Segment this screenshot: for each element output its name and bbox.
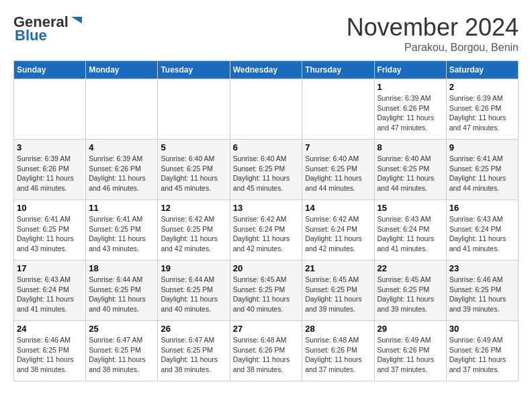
- calendar-cell: 23Sunrise: 6:46 AM Sunset: 6:25 PM Dayli…: [446, 261, 518, 321]
- calendar-cell: [302, 79, 374, 140]
- day-number: 9: [449, 142, 515, 152]
- day-info: Sunrise: 6:49 AM Sunset: 6:26 PM Dayligh…: [449, 335, 515, 375]
- day-info: Sunrise: 6:43 AM Sunset: 6:24 PM Dayligh…: [449, 214, 515, 254]
- calendar-cell: 28Sunrise: 6:48 AM Sunset: 6:26 PM Dayli…: [302, 321, 374, 381]
- day-info: Sunrise: 6:39 AM Sunset: 6:26 PM Dayligh…: [89, 154, 154, 193]
- month-title: November 2024: [347, 13, 519, 42]
- calendar-cell: 25Sunrise: 6:47 AM Sunset: 6:25 PM Dayli…: [86, 321, 158, 381]
- day-info: Sunrise: 6:48 AM Sunset: 6:26 PM Dayligh…: [305, 335, 371, 375]
- day-info: Sunrise: 6:49 AM Sunset: 6:26 PM Dayligh…: [378, 335, 443, 375]
- day-info: Sunrise: 6:41 AM Sunset: 6:25 PM Dayligh…: [17, 214, 83, 254]
- day-header-sunday: Sunday: [14, 61, 86, 79]
- calendar-cell: 3Sunrise: 6:39 AM Sunset: 6:26 PM Daylig…: [14, 140, 86, 200]
- day-header-friday: Friday: [374, 61, 446, 79]
- day-number: 5: [161, 142, 226, 152]
- day-number: 19: [161, 263, 226, 273]
- day-info: Sunrise: 6:43 AM Sunset: 6:24 PM Dayligh…: [378, 214, 443, 254]
- day-number: 11: [89, 203, 154, 213]
- svg-marker-0: [71, 17, 82, 24]
- calendar-week-2: 3Sunrise: 6:39 AM Sunset: 6:26 PM Daylig…: [14, 140, 519, 200]
- calendar-cell: 11Sunrise: 6:41 AM Sunset: 6:25 PM Dayli…: [86, 200, 158, 261]
- calendar-cell: 26Sunrise: 6:47 AM Sunset: 6:25 PM Dayli…: [158, 321, 230, 381]
- day-number: 18: [89, 263, 154, 273]
- day-info: Sunrise: 6:42 AM Sunset: 6:24 PM Dayligh…: [233, 214, 300, 254]
- day-number: 27: [233, 324, 300, 334]
- day-number: 12: [161, 203, 226, 213]
- day-info: Sunrise: 6:43 AM Sunset: 6:24 PM Dayligh…: [17, 275, 83, 314]
- day-header-monday: Monday: [86, 61, 158, 79]
- day-info: Sunrise: 6:40 AM Sunset: 6:25 PM Dayligh…: [161, 154, 226, 193]
- calendar-cell: [14, 79, 86, 140]
- day-number: 16: [449, 203, 515, 213]
- day-number: 15: [378, 203, 443, 213]
- calendar-cell: 16Sunrise: 6:43 AM Sunset: 6:24 PM Dayli…: [446, 200, 518, 261]
- title-area: November 2024 Parakou, Borgou, Benin: [347, 13, 519, 54]
- calendar-cell: 19Sunrise: 6:44 AM Sunset: 6:25 PM Dayli…: [158, 261, 230, 321]
- calendar-cell: [158, 79, 230, 140]
- calendar-cell: 21Sunrise: 6:45 AM Sunset: 6:25 PM Dayli…: [302, 261, 374, 321]
- location: Parakou, Borgou, Benin: [347, 42, 519, 54]
- day-info: Sunrise: 6:47 AM Sunset: 6:25 PM Dayligh…: [161, 335, 226, 375]
- calendar-week-5: 24Sunrise: 6:46 AM Sunset: 6:25 PM Dayli…: [14, 321, 519, 381]
- day-number: 22: [378, 263, 443, 273]
- day-header-tuesday: Tuesday: [158, 61, 230, 79]
- day-info: Sunrise: 6:44 AM Sunset: 6:25 PM Dayligh…: [89, 275, 154, 314]
- calendar-cell: 4Sunrise: 6:39 AM Sunset: 6:26 PM Daylig…: [86, 140, 158, 200]
- day-number: 8: [378, 142, 443, 152]
- day-number: 3: [17, 142, 83, 152]
- page-header: General Blue November 2024 Parakou, Borg…: [13, 13, 519, 54]
- day-info: Sunrise: 6:39 AM Sunset: 6:26 PM Dayligh…: [449, 93, 515, 133]
- calendar-cell: 9Sunrise: 6:41 AM Sunset: 6:25 PM Daylig…: [446, 140, 518, 200]
- day-info: Sunrise: 6:39 AM Sunset: 6:26 PM Dayligh…: [17, 154, 83, 193]
- calendar-week-4: 17Sunrise: 6:43 AM Sunset: 6:24 PM Dayli…: [14, 261, 519, 321]
- day-number: 14: [305, 203, 371, 213]
- calendar-cell: 18Sunrise: 6:44 AM Sunset: 6:25 PM Dayli…: [86, 261, 158, 321]
- calendar-week-3: 10Sunrise: 6:41 AM Sunset: 6:25 PM Dayli…: [14, 200, 519, 261]
- day-info: Sunrise: 6:40 AM Sunset: 6:25 PM Dayligh…: [305, 154, 371, 193]
- day-info: Sunrise: 6:46 AM Sunset: 6:25 PM Dayligh…: [449, 275, 515, 314]
- day-number: 1: [378, 82, 443, 92]
- day-number: 13: [233, 203, 300, 213]
- calendar-cell: 1Sunrise: 6:39 AM Sunset: 6:26 PM Daylig…: [374, 79, 446, 140]
- day-info: Sunrise: 6:48 AM Sunset: 6:26 PM Dayligh…: [233, 335, 300, 375]
- calendar-cell: 7Sunrise: 6:40 AM Sunset: 6:25 PM Daylig…: [302, 140, 374, 200]
- day-number: 28: [305, 324, 371, 334]
- day-number: 10: [17, 203, 83, 213]
- calendar-cell: 15Sunrise: 6:43 AM Sunset: 6:24 PM Dayli…: [374, 200, 446, 261]
- day-number: 4: [89, 142, 154, 152]
- calendar-cell: 14Sunrise: 6:42 AM Sunset: 6:24 PM Dayli…: [302, 200, 374, 261]
- calendar-cell: 2Sunrise: 6:39 AM Sunset: 6:26 PM Daylig…: [446, 79, 518, 140]
- day-info: Sunrise: 6:41 AM Sunset: 6:25 PM Dayligh…: [89, 214, 154, 254]
- calendar-cell: 30Sunrise: 6:49 AM Sunset: 6:26 PM Dayli…: [446, 321, 518, 381]
- calendar-cell: [86, 79, 158, 140]
- day-number: 2: [449, 82, 515, 92]
- calendar-table: SundayMondayTuesdayWednesdayThursdayFrid…: [13, 60, 519, 381]
- day-header-wednesday: Wednesday: [230, 61, 302, 79]
- day-number: 23: [449, 263, 515, 273]
- logo: General Blue: [13, 13, 83, 44]
- day-number: 21: [305, 263, 371, 273]
- logo-blue: Blue: [15, 27, 47, 44]
- day-info: Sunrise: 6:45 AM Sunset: 6:25 PM Dayligh…: [305, 275, 371, 314]
- day-number: 7: [305, 142, 371, 152]
- day-number: 29: [378, 324, 443, 334]
- day-info: Sunrise: 6:39 AM Sunset: 6:26 PM Dayligh…: [378, 93, 443, 133]
- calendar-cell: 12Sunrise: 6:42 AM Sunset: 6:25 PM Dayli…: [158, 200, 230, 261]
- day-info: Sunrise: 6:45 AM Sunset: 6:25 PM Dayligh…: [378, 275, 443, 314]
- day-info: Sunrise: 6:44 AM Sunset: 6:25 PM Dayligh…: [161, 275, 226, 314]
- day-info: Sunrise: 6:45 AM Sunset: 6:25 PM Dayligh…: [233, 275, 300, 314]
- day-header-thursday: Thursday: [302, 61, 374, 79]
- day-info: Sunrise: 6:41 AM Sunset: 6:25 PM Dayligh…: [449, 154, 515, 193]
- calendar-cell: 29Sunrise: 6:49 AM Sunset: 6:26 PM Dayli…: [374, 321, 446, 381]
- calendar-cell: 17Sunrise: 6:43 AM Sunset: 6:24 PM Dayli…: [14, 261, 86, 321]
- day-number: 6: [233, 142, 300, 152]
- calendar-cell: 22Sunrise: 6:45 AM Sunset: 6:25 PM Dayli…: [374, 261, 446, 321]
- day-number: 30: [449, 324, 515, 334]
- calendar-cell: 20Sunrise: 6:45 AM Sunset: 6:25 PM Dayli…: [230, 261, 302, 321]
- day-number: 25: [89, 324, 154, 334]
- day-info: Sunrise: 6:47 AM Sunset: 6:25 PM Dayligh…: [89, 335, 154, 375]
- calendar-cell: 6Sunrise: 6:40 AM Sunset: 6:25 PM Daylig…: [230, 140, 302, 200]
- day-info: Sunrise: 6:46 AM Sunset: 6:25 PM Dayligh…: [17, 335, 83, 375]
- calendar-cell: 24Sunrise: 6:46 AM Sunset: 6:25 PM Dayli…: [14, 321, 86, 381]
- calendar-cell: 8Sunrise: 6:40 AM Sunset: 6:25 PM Daylig…: [374, 140, 446, 200]
